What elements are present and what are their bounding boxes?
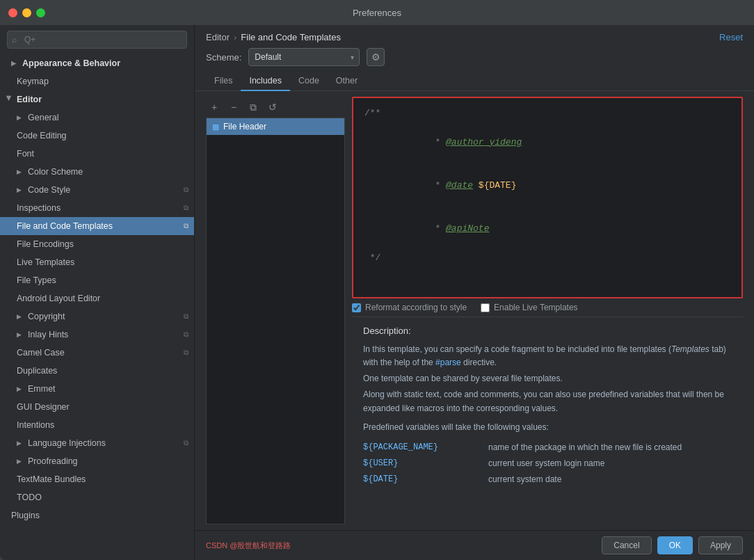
sidebar-item-keymap[interactable]: Keymap [0,72,194,90]
sidebar-item-android-layout-editor[interactable]: Android Layout Editor [0,289,194,307]
copy-icon: ⧉ [184,184,188,195]
sidebar-item-gui-designer[interactable]: GUI Designer [0,398,194,416]
sidebar-item-label: Live Templates [17,255,74,269]
description-para-4: Predefined variables will take the follo… [363,421,732,434]
scheme-select[interactable]: Default Project [248,48,360,66]
search-input[interactable] [7,31,187,49]
sidebar-item-label: TODO [17,490,42,504]
sidebar-item-label: General [28,111,58,125]
variable-desc: name of the package in which the new fil… [488,440,732,456]
gear-button[interactable]: ⚙ [367,48,385,66]
sidebar-item-label: Copyright [28,310,65,323]
sidebar-item-label: TextMate Bundles [17,472,86,486]
sidebar-item-label: Language Injections [28,436,106,450]
copy-icon: ⧉ [184,347,188,358]
reset-template-button[interactable]: ↺ [264,99,281,115]
tab-other[interactable]: Other [328,72,366,91]
sidebar: ⌕ ▶ Appearance & Behavior Keymap ▶ Edito… [0,25,195,560]
sidebar-item-label: Duplicates [17,364,57,378]
live-templates-label: Enable Live Templates [494,303,578,312]
panel-header: Editor › File and Code Templates Reset [195,25,754,42]
sidebar-item-general[interactable]: ▶ General [0,109,194,127]
sidebar-item-label: File Encodings [17,237,74,251]
sidebar-item-editor[interactable]: ▶ Editor [0,90,194,109]
chevron-right-icon: ▶ [17,330,24,339]
sidebar-item-inspections[interactable]: Inspections ⧉ [0,199,194,217]
sidebar-item-duplicates[interactable]: Duplicates [0,362,194,380]
copy-icon: ⧉ [184,311,188,322]
add-template-button[interactable]: + [206,99,223,115]
sidebar-item-font[interactable]: Font [0,145,194,163]
live-templates-checkbox-label[interactable]: Enable Live Templates [481,303,578,312]
sidebar-item-camel-case[interactable]: Camel Case ⧉ [0,344,194,362]
tab-files[interactable]: Files [206,72,241,91]
reformat-checkbox-label[interactable]: Reformat according to style [352,303,467,312]
variable-row: ${PACKAGE_NAME} name of the package in w… [363,440,732,456]
sidebar-item-label: Font [17,147,34,161]
code-area[interactable]: /** * @author yideng * @date ${DATE} * @… [352,97,743,298]
chevron-right-icon: ▶ [11,58,18,68]
maximize-button[interactable] [36,8,45,17]
template-list-panel: + − ⧉ ↺ ▦ File Header [206,97,345,525]
sidebar-item-code-style[interactable]: ▶ Code Style ⧉ [0,181,194,199]
window-title: Preferences [353,8,401,18]
sidebar-item-copyright[interactable]: ▶ Copyright ⧉ [0,307,194,326]
sidebar-item-label: Inlay Hints [28,328,68,342]
sidebar-item-live-templates[interactable]: Live Templates [0,253,194,271]
variable-row: ${USER} current user system login name [363,456,732,472]
variable-desc: current system date [488,472,732,488]
ok-button[interactable]: OK [657,536,693,554]
close-button[interactable] [8,8,17,17]
template-item-file-header[interactable]: ▦ File Header [207,118,344,135]
live-templates-checkbox[interactable] [481,303,490,312]
chevron-right-icon: ▶ [17,167,24,177]
sidebar-item-label: Intentions [17,418,54,432]
remove-template-button[interactable]: − [225,99,242,115]
sidebar-item-intentions[interactable]: Intentions [0,416,194,434]
main-content: ⌕ ▶ Appearance & Behavior Keymap ▶ Edito… [0,25,754,560]
sidebar-item-label: Inspections [17,201,61,215]
editor-area: + − ⧉ ↺ ▦ File Header /** * @aut [195,91,754,530]
cancel-button[interactable]: Cancel [602,536,651,554]
sidebar-item-file-encodings[interactable]: File Encodings [0,235,194,253]
chevron-right-icon: ▶ [17,384,24,394]
chevron-right-icon: ▶ [17,456,24,466]
sidebar-item-label: Camel Case [17,346,65,360]
copy-icon: ⧉ [184,329,188,340]
sidebar-item-label: File Types [17,273,56,287]
search-container: ⌕ [0,25,194,54]
apply-button[interactable]: Apply [698,536,743,554]
watermark: CSDN @殷世航和登路路 [206,541,291,551]
template-item-label: File Header [223,122,266,131]
sidebar-item-plugins[interactable]: Plugins [0,506,194,525]
reformat-checkbox[interactable] [352,303,361,312]
sidebar-item-file-types[interactable]: File Types [0,271,194,289]
sidebar-item-todo[interactable]: TODO [0,488,194,506]
sidebar-item-label: Emmet [28,382,56,396]
code-line-3: * @date ${DATE} [364,164,730,207]
sidebar-item-emmet[interactable]: ▶ Emmet [0,380,194,398]
tab-code[interactable]: Code [290,72,328,91]
sidebar-item-language-injections[interactable]: ▶ Language Injections ⧉ [0,434,194,452]
copy-icon: ⧉ [184,202,188,214]
sidebar-item-file-and-code-templates[interactable]: File and Code Templates ⧉ [0,217,194,235]
breadcrumb-current: File and Code Templates [241,32,341,42]
sidebar-item-color-scheme[interactable]: ▶ Color Scheme [0,163,194,181]
breadcrumb-separator: › [234,32,236,42]
description-para-1: In this template, you can specify a code… [363,343,732,369]
reset-button[interactable]: Reset [719,32,743,42]
sidebar-item-code-editing[interactable]: Code Editing [0,127,194,145]
chevron-right-icon: ▶ [17,185,24,195]
tab-includes[interactable]: Includes [241,72,290,91]
sidebar-item-inlay-hints[interactable]: ▶ Inlay Hints ⧉ [0,326,194,344]
description-para-3: Along with static text, code and comment… [363,388,732,415]
sidebar-item-label: Code Style [28,183,70,197]
breadcrumb: Editor › File and Code Templates [206,32,341,42]
sidebar-item-label: Keymap [17,74,49,88]
sidebar-item-textmate-bundles[interactable]: TextMate Bundles [0,470,194,488]
code-line-4: * @apiNote [364,208,730,251]
sidebar-item-proofreading[interactable]: ▶ Proofreading [0,452,194,470]
copy-template-button[interactable]: ⧉ [245,99,262,115]
minimize-button[interactable] [22,8,31,17]
sidebar-item-appearance-behavior[interactable]: ▶ Appearance & Behavior [0,54,194,72]
